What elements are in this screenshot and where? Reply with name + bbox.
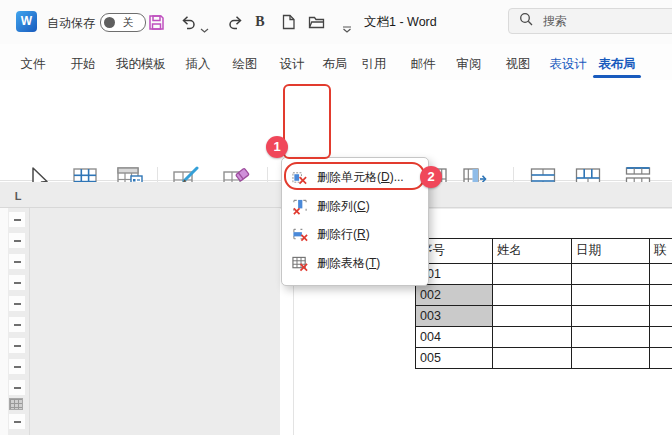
autosave-toggle[interactable]: 关 [100,13,146,32]
table-cell[interactable] [572,306,650,327]
tab-insert[interactable]: 插入 [183,56,213,73]
menu-item-delete-rows[interactable]: 删除行(R) [285,220,423,248]
menu-item-delete-table[interactable]: 删除表格(T) [285,249,423,277]
table-cell[interactable] [572,285,650,306]
table-cell-selected[interactable]: 002 [416,285,493,306]
document-title: 文档1 - Word [364,14,437,31]
table-row: 003 [416,306,672,327]
table-cell[interactable]: 004 [416,327,493,348]
tab-my-templates[interactable]: 我的模板 [112,56,170,73]
undo-chevron-icon[interactable] [200,19,209,37]
menu-item-delete-columns[interactable]: 删除列(C) [285,192,423,220]
toggle-knob-icon [104,17,115,28]
table-cell[interactable] [650,348,672,369]
autosave-label: 自动保存 [47,15,95,32]
active-tab-indicator [593,75,641,78]
ribbon-tab-strip: 文件 开始 我的模板 插入 绘图 设计 布局 引用 邮件 审阅 视图 表设计 表… [0,44,672,80]
word-logo-icon: W [16,11,37,32]
table-cell[interactable] [572,348,650,369]
table-cell[interactable] [493,348,572,369]
table-cell[interactable] [493,264,572,285]
tab-view[interactable]: 视图 [503,56,533,73]
qat-customize-chevron-icon[interactable] [342,19,352,37]
table-cell[interactable]: 005 [416,348,493,369]
tab-review[interactable]: 审阅 [454,56,484,73]
search-input[interactable] [541,13,665,29]
search-icon [519,12,533,30]
autosave-state: 关 [123,16,134,30]
annotation-step-1-badge: 1 [266,136,288,158]
bold-button[interactable]: B [250,13,270,31]
redo-icon[interactable] [226,13,246,31]
document-table[interactable]: 序号 姓名 日期 联 001 002 003 004 [415,238,672,369]
tab-table-layout[interactable]: 表布局 [595,56,639,73]
annotation-rect-delete-button [283,84,331,159]
table-cell[interactable] [650,264,672,285]
menu-item-label: 删除表格(T) [317,255,380,272]
new-document-icon[interactable] [278,13,298,31]
left-gutter [0,208,8,435]
tab-design[interactable]: 设计 [277,56,307,73]
tab-layout[interactable]: 布局 [320,56,350,73]
tab-table-design[interactable]: 表设计 [546,56,590,73]
table-row: 002 [416,285,672,306]
ruler-edge-line [29,208,30,435]
tab-draw[interactable]: 绘图 [230,56,260,73]
header-cell[interactable]: 姓名 [493,239,572,264]
table-cell[interactable] [650,327,672,348]
tab-file[interactable]: 文件 [18,56,48,73]
tab-mailings[interactable]: 邮件 [408,56,438,73]
table-row: 004 [416,327,672,348]
open-folder-icon[interactable] [306,13,326,31]
tab-stop-selector[interactable]: L [10,188,26,204]
table-row: 005 [416,348,672,369]
annotation-rect-delete-cells-item [284,162,425,190]
table-cell[interactable] [572,264,650,285]
save-icon[interactable] [146,13,166,31]
header-cell[interactable]: 日期 [572,239,650,264]
menu-item-label: 删除行(R) [317,226,370,243]
delete-table-icon [292,255,308,271]
table-cell[interactable] [493,306,572,327]
search-box[interactable] [508,8,672,34]
menu-item-label: 删除列(C) [317,198,370,215]
header-cell[interactable]: 联 [650,239,672,264]
undo-icon[interactable] [178,13,198,31]
bold-glyph: B [255,14,264,30]
annotation-step-2-badge: 2 [420,166,442,188]
table-cell-selected[interactable]: 003 [416,306,493,327]
table-row: 001 [416,264,672,285]
table-row-marker[interactable] [9,398,23,410]
table-cell[interactable] [650,285,672,306]
table-cell[interactable] [493,285,572,306]
tab-home[interactable]: 开始 [68,56,98,73]
table-cell[interactable] [493,327,572,348]
table-header-row: 序号 姓名 日期 联 [416,239,672,264]
title-bar: W 自动保存 关 B 文档1 - Word [0,0,672,44]
tab-references[interactable]: 引用 [359,56,389,73]
delete-columns-icon [292,198,308,214]
delete-rows-icon [292,226,308,242]
word-window: W 自动保存 关 B 文档1 - Word [0,0,672,435]
table-cell[interactable] [650,306,672,327]
table-cell[interactable] [572,327,650,348]
